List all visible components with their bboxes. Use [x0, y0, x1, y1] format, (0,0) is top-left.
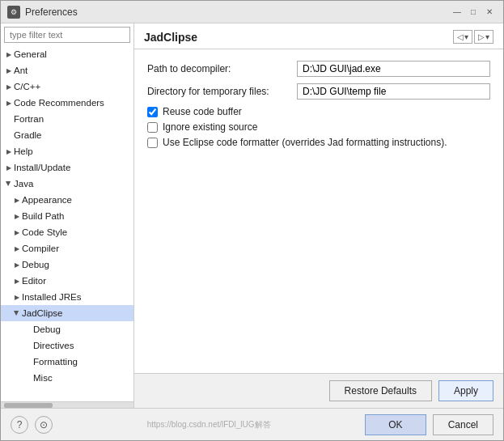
sidebar-item-label: Ant — [14, 66, 28, 75]
sidebar-item-label: Formatting — [33, 357, 78, 367]
dir-row: Directory for temporary files: — [147, 83, 490, 100]
bottom-right: OK Cancel — [365, 414, 493, 435]
minimize-button[interactable]: — — [450, 5, 464, 19]
ignore-existing-source-checkbox[interactable] — [147, 122, 158, 133]
sidebar-item-label: Misc — [33, 373, 53, 383]
cancel-button[interactable]: Cancel — [433, 414, 493, 435]
arrow-icon: ▶ — [4, 49, 14, 59]
back-icon: ◁ — [457, 32, 464, 41]
horizontal-scrollbar[interactable] — [1, 401, 133, 408]
sidebar-item-label: Java — [14, 179, 33, 189]
right-header: JadClipse ◁ ▾ ▷ ▾ — [134, 23, 503, 49]
sidebar-item-debug-sub[interactable]: Debug — [1, 321, 133, 337]
sidebar-item-label: Install/Update — [14, 163, 70, 172]
arrow-icon: ▶ — [4, 146, 14, 156]
right-footer: Restore Defaults Apply — [134, 373, 503, 408]
sidebar-item-compiler[interactable]: ▶ Compiler — [1, 240, 133, 257]
nav-buttons: ◁ ▾ ▷ ▾ — [453, 30, 493, 44]
sidebar-item-code-style[interactable]: ▶ Code Style — [1, 224, 133, 240]
sidebar-item-build-path[interactable]: ▶ Build Path — [1, 208, 133, 224]
tree-container: ▶ General ▶ Ant ▶ C/C++ ▶ Code Recommend… — [1, 46, 133, 401]
sidebar-item-misc[interactable]: Misc — [1, 370, 133, 386]
checkbox3-row: Use Eclipse code formatter (overrides Ja… — [147, 137, 490, 148]
sidebar-item-cpp[interactable]: ▶ C/C++ — [1, 78, 133, 95]
forward-icon: ▷ — [478, 32, 485, 41]
sidebar-item-fortran[interactable]: Fortran — [1, 111, 133, 127]
main-content: ▶ General ▶ Ant ▶ C/C++ ▶ Code Recommend… — [1, 23, 503, 408]
close-button[interactable]: ✕ — [482, 5, 497, 19]
bottom-bar: ? ⊙ https://blog.csdn.net/lFDl_lUG解答 OK … — [1, 408, 503, 440]
sidebar-item-label: Build Path — [22, 211, 64, 221]
dir-input[interactable] — [297, 83, 490, 100]
back-dropdown-icon: ▾ — [464, 32, 468, 41]
path-input[interactable] — [297, 61, 490, 77]
sidebar-item-installed-jres[interactable]: ▶ Installed JREs — [1, 289, 133, 305]
checkbox1-row: Reuse code buffer — [147, 106, 490, 117]
arrow-icon: ▶ — [12, 211, 22, 221]
arrow-icon: ▶ — [12, 276, 22, 286]
sidebar-item-editor[interactable]: ▶ Editor — [1, 273, 133, 289]
sidebar-item-label: JadClipse — [22, 308, 63, 318]
sidebar-item-label: C/C++ — [14, 82, 40, 91]
right-body: Path to decompiler: Directory for tempor… — [134, 49, 503, 373]
panel-title: JadClipse — [144, 31, 197, 44]
ok-button[interactable]: OK — [365, 414, 426, 435]
sidebar-item-label: Fortran — [14, 114, 44, 124]
checkbox3-label: Use Eclipse code formatter (overrides Ja… — [163, 137, 447, 148]
back-button[interactable]: ◁ ▾ — [453, 30, 472, 44]
arrow-icon: ▶ — [4, 179, 14, 189]
sidebar-item-help[interactable]: ▶ Help — [1, 143, 133, 159]
arrow-icon: ▶ — [12, 195, 22, 205]
arrow-icon: ▶ — [12, 260, 22, 269]
sidebar-item-label: Appearance — [22, 195, 72, 205]
reuse-code-buffer-checkbox[interactable] — [147, 107, 158, 117]
sidebar-item-general[interactable]: ▶ General — [1, 46, 133, 62]
scrollbar-thumb[interactable] — [4, 403, 53, 408]
sidebar-item-directives[interactable]: Directives — [1, 337, 133, 354]
sidebar-item-debug[interactable]: ▶ Debug — [1, 257, 133, 273]
use-eclipse-formatter-checkbox[interactable] — [147, 138, 158, 148]
sidebar-item-label: Code Recommenders — [14, 98, 104, 108]
arrow-icon: ▶ — [12, 244, 22, 253]
arrow-icon: ▶ — [12, 227, 22, 237]
sidebar-item-label: Debug — [33, 324, 61, 334]
sidebar-item-install-update[interactable]: ▶ Install/Update — [1, 159, 133, 176]
sidebar-item-gradle[interactable]: Gradle — [1, 127, 133, 143]
forward-dropdown-icon: ▾ — [485, 32, 489, 41]
maximize-button[interactable]: □ — [466, 5, 481, 19]
sidebar-item-code-recommenders[interactable]: ▶ Code Recommenders — [1, 95, 133, 111]
sidebar-item-label: Help — [14, 146, 33, 156]
dir-label: Directory for temporary files: — [147, 86, 297, 97]
preferences-window: ⚙ Preferences — □ ✕ ▶ General ▶ Ant — [0, 0, 504, 441]
sidebar-item-label: Directives — [33, 341, 74, 350]
arrow-icon: ▶ — [4, 98, 14, 108]
left-panel: ▶ General ▶ Ant ▶ C/C++ ▶ Code Recommend… — [1, 23, 134, 408]
sidebar-item-formatting[interactable]: Formatting — [1, 354, 133, 370]
arrow-icon: ▶ — [4, 82, 14, 91]
forward-button[interactable]: ▷ ▾ — [474, 30, 493, 44]
apply-button[interactable]: Apply — [438, 380, 493, 401]
sidebar-item-label: General — [14, 49, 47, 59]
watermark: https://blog.csdn.net/lFDl_lUG解答 — [147, 419, 271, 430]
help-button[interactable]: ? — [11, 416, 28, 434]
arrow-icon: ▶ — [12, 292, 22, 302]
sidebar-item-jadclipse[interactable]: ▶ JadClipse — [1, 305, 133, 321]
sidebar-item-ant[interactable]: ▶ Ant — [1, 62, 133, 78]
restore-defaults-button[interactable]: Restore Defaults — [329, 380, 432, 401]
sidebar-item-java[interactable]: ▶ Java — [1, 176, 133, 192]
sidebar-item-label: Code Style — [22, 227, 67, 237]
path-label: Path to decompiler: — [147, 63, 297, 74]
filter-input[interactable] — [4, 27, 130, 43]
window-title: Preferences — [25, 6, 450, 18]
title-bar: ⚙ Preferences — □ ✕ — [1, 1, 503, 23]
sidebar-item-label: Editor — [22, 276, 46, 286]
checkbox1-label: Reuse code buffer — [163, 106, 242, 117]
sidebar-item-label: Compiler — [22, 244, 59, 253]
arrow-icon: ▶ — [12, 308, 22, 318]
path-row: Path to decompiler: — [147, 61, 490, 77]
sidebar-item-appearance[interactable]: ▶ Appearance — [1, 192, 133, 208]
sidebar-item-label: Debug — [22, 260, 49, 269]
bottom-left: ? ⊙ — [11, 416, 53, 434]
settings-button[interactable]: ⊙ — [35, 416, 53, 434]
arrow-icon: ▶ — [4, 163, 14, 172]
